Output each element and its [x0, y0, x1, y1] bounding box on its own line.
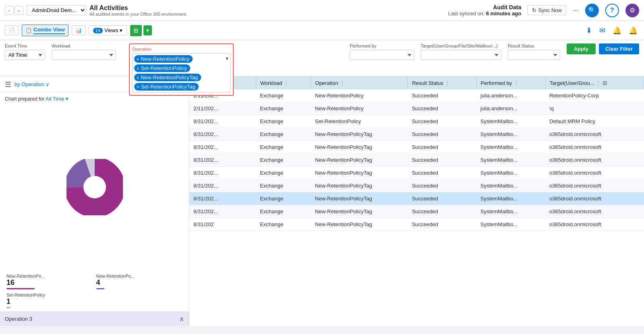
by-operation-button[interactable]: by Operation ∨ [15, 81, 50, 87]
op-tag-3[interactable]: × Set-RetentionPolicyTag [134, 83, 199, 91]
table-row[interactable]: 8/31/202...ExchangeNew-RetentionPolicyTa… [189, 192, 644, 205]
help-button[interactable]: ? [605, 4, 619, 17]
table-row[interactable]: 2/11/202...ExchangeNew-RetentionPolicySu… [189, 89, 644, 102]
notification-button[interactable]: 🔔 [627, 25, 639, 37]
cell-result_status: Succeeded [408, 205, 476, 218]
cell-performed_by: julia.anderson... [476, 89, 545, 102]
op-tag-remove-1[interactable]: × [137, 66, 139, 71]
mail-button[interactable]: ✉ [598, 25, 607, 37]
cell-operation: New-RetentionPolicyTag [311, 218, 408, 231]
col-performed-by: Performed by ⋮ [476, 76, 545, 89]
cell-performed_by: julia.anderson... [476, 102, 545, 115]
cell-performed_by: SystemMailbo... [476, 154, 545, 167]
performed-by-label: Performed by [350, 43, 414, 48]
col-menu-operation[interactable]: ⋮ [340, 80, 345, 86]
cell-workload: Exchange [256, 179, 311, 192]
filter-button[interactable]: ⊞ [130, 25, 142, 36]
download-button[interactable]: ⬇ [584, 25, 594, 37]
op-tag-remove-0[interactable]: × [137, 57, 139, 62]
op-tag-1[interactable]: × Set-RetentionPolicy [134, 64, 190, 72]
bottom-tag-label: Operation 3 [5, 316, 32, 322]
cell-result_status: Succeeded [408, 154, 476, 167]
cell-operation: New-RetentionPolicyTag [311, 192, 408, 205]
table-row[interactable]: 8/31/202...ExchangeNew-RetentionPolicyTa… [189, 128, 644, 141]
more-options-button[interactable]: ··· [573, 6, 579, 14]
table-row[interactable]: 8/31/202...ExchangeSet-RetentionPolicySu… [189, 115, 644, 128]
cell-workload: Exchange [256, 115, 311, 128]
table-body: 2/11/202...ExchangeNew-RetentionPolicySu… [189, 89, 644, 231]
views-chevron: ▾ [120, 27, 123, 33]
col-menu-performed-by[interactable]: ⋮ [514, 80, 519, 86]
op-tag-2[interactable]: × New-RetentionPolicyTag [134, 74, 201, 81]
filter-dropdown-button[interactable]: ▾ [143, 25, 152, 35]
cell-result_status: Succeeded [408, 102, 476, 115]
cell-target: o365droid.onmicrosoft [545, 167, 644, 179]
chart-header-left: ☰ by Operation ∨ [5, 80, 50, 89]
cell-event_time: 8/31/202... [189, 141, 256, 154]
operation-dropdown: Operation × New-RetentionPolicy × Set-Re… [129, 43, 234, 96]
result-status-select[interactable] [508, 50, 560, 60]
alert-button[interactable]: 🔔 [611, 25, 623, 37]
chart-view-button[interactable]: 📊 [72, 25, 85, 35]
table-row[interactable]: 8/31/202...ExchangeNew-RetentionPolicyTa… [189, 154, 644, 167]
sync-now-button[interactable]: ↻ Sync Now [528, 5, 566, 15]
op-tag-0[interactable]: × New-RetentionPolicy [134, 55, 193, 63]
cell-operation: Set-RetentionPolicy [311, 115, 408, 128]
col-menu-result-status[interactable]: ⋮ [445, 80, 450, 86]
op-tag-remove-2[interactable]: × [137, 75, 139, 80]
workload-select[interactable] [52, 50, 116, 60]
table-row[interactable]: 8/31/202...ExchangeNew-RetentionPolicyTa… [189, 167, 644, 179]
event-time-label: Event Time [5, 43, 45, 48]
event-time-select[interactable]: All Time [5, 50, 45, 60]
table-row[interactable]: 8/31/202ExchangeNew-RetentionPolicyTagSu… [189, 218, 644, 231]
cell-result_status: Succeeded [408, 218, 476, 231]
table-row[interactable]: 8/31/202...ExchangeNew-RetentionPolicyTa… [189, 179, 644, 192]
left-panel: ☰ by Operation ∨ ⚙ Chart prepared for Al… [0, 76, 189, 326]
result-status-filter: Result Status [508, 43, 560, 60]
top-header: ‹ › AdminDroid Dem... All Activities All… [0, 0, 644, 21]
chart-area [0, 103, 189, 270]
cell-target: \q [545, 102, 644, 115]
table-row[interactable]: 2/11/202...ExchangeNew-RetentionPolicySu… [189, 102, 644, 115]
settings-button[interactable]: ⚙ [625, 4, 639, 17]
cell-operation: New-RetentionPolicyTag [311, 179, 408, 192]
nav-next-button[interactable]: › [15, 6, 23, 15]
col-operation: Operation ⋮ [311, 76, 408, 89]
breadcrumb-select[interactable]: AdminDroid Dem... [27, 5, 86, 15]
doc-view-button[interactable]: 📄 [5, 25, 19, 35]
table-row[interactable]: 8/31/202...ExchangeNew-RetentionPolicyTa… [189, 141, 644, 154]
col-menu-workload[interactable]: ⋮ [284, 80, 289, 86]
nav-prev-button[interactable]: ‹ [5, 6, 14, 15]
right-panel[interactable]: Event Time ↓ ⋮ Workload ⋮ Operatio [189, 76, 644, 326]
cell-workload: Exchange [256, 89, 311, 102]
page-subtitle: All audited events in your Office 365 en… [89, 12, 187, 16]
combo-view-button[interactable]: 📋 Combo View [22, 25, 69, 36]
nav-arrows: ‹ › [5, 6, 23, 15]
clear-filter-button[interactable]: Clear Filter [599, 43, 639, 54]
cell-performed_by: SystemMailbo... [476, 179, 545, 192]
table-settings-icon[interactable]: ⊞ [602, 80, 607, 86]
op-dropdown-arrow[interactable]: ▾ [226, 55, 229, 62]
cell-event_time: 8/31/202... [189, 205, 256, 218]
cell-workload: Exchange [256, 154, 311, 167]
apply-button[interactable]: Apply [567, 43, 596, 54]
target-select[interactable] [421, 50, 501, 60]
table-row[interactable]: 8/31/202...ExchangeNew-RetentionPolicyTa… [189, 205, 644, 218]
cell-event_time: 8/31/202... [189, 179, 256, 192]
cell-operation: New-RetentionPolicyTag [311, 154, 408, 167]
legend-bar-1 [96, 288, 104, 289]
performed-by-select[interactable] [350, 50, 414, 60]
cell-performed_by: SystemMailbo... [476, 115, 545, 128]
page-title-block: All Activities All audited events in you… [89, 4, 187, 16]
search-button[interactable]: 🔍 [585, 4, 599, 17]
cell-workload: Exchange [256, 205, 311, 218]
combo-view-icon: 📋 [25, 27, 32, 33]
op-tag-remove-3[interactable]: × [137, 85, 139, 89]
audit-block: Audit Data Last synced on: 6 minutes ago [448, 4, 521, 16]
collapse-icon[interactable]: ∧ [179, 315, 184, 323]
views-button[interactable]: 14 Views ▾ [89, 25, 127, 35]
col-menu-target[interactable]: ⋮ [596, 80, 601, 86]
col-result-status: Result Status ⋮ [408, 76, 476, 89]
operation-tags-box[interactable]: × New-RetentionPolicy × Set-RetentionPol… [132, 53, 231, 93]
chart-prepared-time[interactable]: All Time ▾ [46, 96, 69, 102]
